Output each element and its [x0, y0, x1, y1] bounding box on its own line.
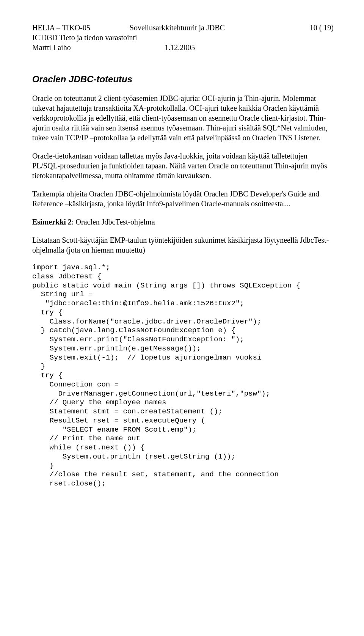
header-left-2: ICT03D Tieto ja tiedon varastointi [32, 33, 137, 42]
header-center-3: 1.12.2005 [165, 42, 195, 52]
paragraph-1: Oracle on toteuttanut 2 client-työasemie… [32, 93, 334, 143]
header-center-1: Sovellusarkkitehtuurit ja JDBC [130, 23, 225, 33]
paragraph-2: Oracle-tietokantaan voidaan tallettaa my… [32, 151, 334, 181]
paragraph-3: Tarkempia ohjeita Oraclen JDBC-ohjelmoin… [32, 189, 334, 209]
header-left-3: Martti Laiho [32, 42, 71, 52]
page-header: HELIA – TIKO-05 Sovellusarkkitehtuurit j… [32, 23, 334, 52]
paragraph-4: Listataan Scott-käyttäjän EMP-taulun työ… [32, 235, 334, 255]
section-title: Oraclen JDBC-toteutus [32, 73, 334, 85]
code-block: import java.sql.*; class JdbcTest { publ… [32, 263, 334, 488]
header-left-1: HELIA – TIKO-05 [32, 23, 90, 33]
header-right-1: 10 ( 19) [310, 23, 334, 33]
example-label: Esimerkki 2: Oraclen JdbcTest-ohjelma [32, 217, 334, 227]
example-label-bold: Esimerkki 2 [32, 218, 72, 226]
example-label-rest: : Oraclen JdbcTest-ohjelma [72, 218, 155, 226]
